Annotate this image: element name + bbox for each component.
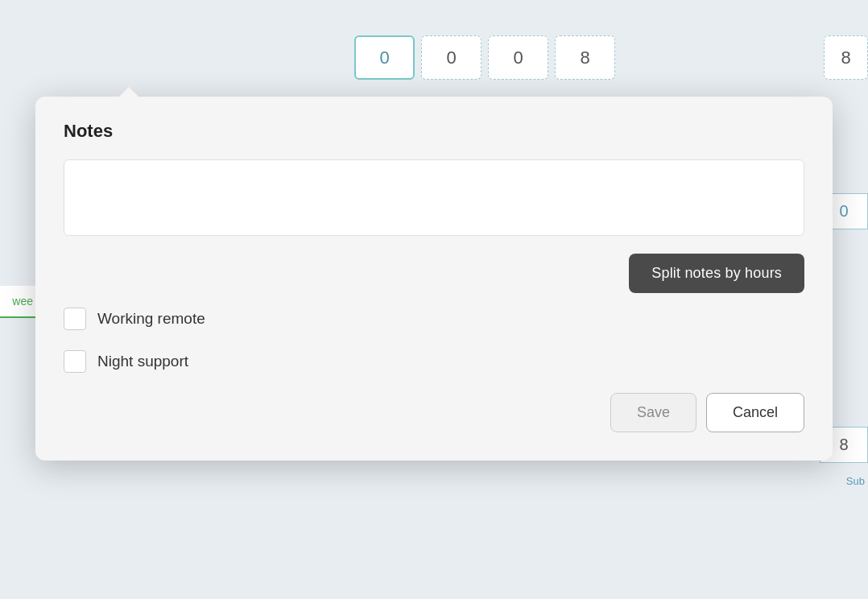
working-remote-label: Working remote	[97, 310, 205, 328]
modal-caret	[119, 87, 138, 97]
working-remote-wrapper: Working remote	[64, 308, 804, 330]
night-support-checkbox[interactable]	[64, 350, 86, 373]
notes-textarea[interactable]	[64, 159, 804, 236]
modal-overlay: Notes Split notes by hours Working remot…	[0, 0, 868, 599]
save-button[interactable]: Save	[610, 393, 696, 432]
modal-title: Notes	[64, 121, 804, 142]
working-remote-row: Working remote	[64, 308, 804, 330]
notes-modal: Notes Split notes by hours Working remot…	[35, 97, 833, 461]
split-button-row: Split notes by hours	[64, 254, 804, 293]
cancel-button[interactable]: Cancel	[706, 393, 804, 432]
split-notes-button[interactable]: Split notes by hours	[629, 254, 804, 293]
night-support-wrapper: Night support	[64, 350, 804, 373]
night-support-row: Night support	[64, 350, 804, 373]
night-support-label: Night support	[97, 353, 188, 370]
action-buttons: Save Cancel	[64, 393, 804, 432]
working-remote-checkbox[interactable]	[64, 308, 86, 330]
